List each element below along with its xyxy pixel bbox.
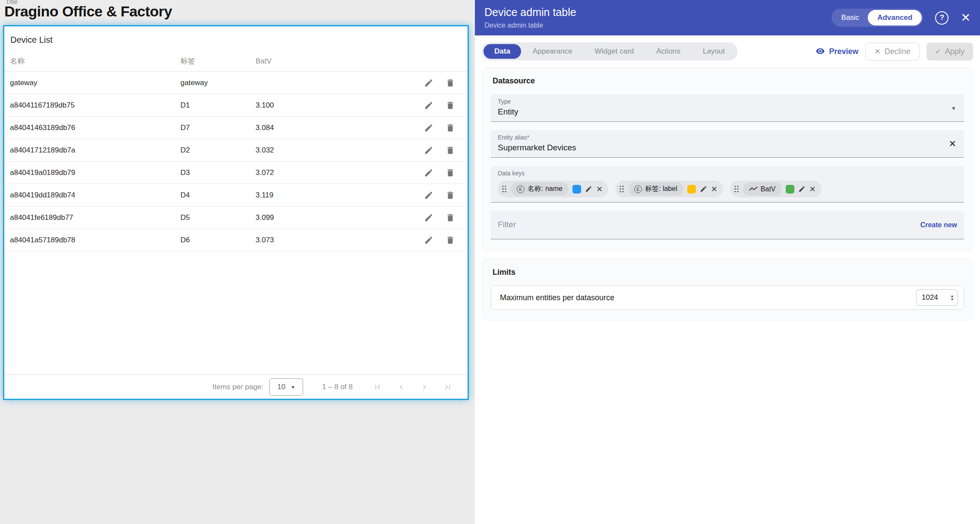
cell-name: a84041fe6189db77: [4, 213, 180, 222]
trash-icon: [446, 213, 455, 222]
apply-button[interactable]: ✓ Apply: [926, 43, 973, 60]
data-key-pill[interactable]: E 名称: name: [511, 182, 569, 196]
close-panel-button[interactable]: ✕: [961, 12, 971, 24]
entity-alias-label: Entity alias*: [498, 134, 957, 141]
remove-key-button[interactable]: ✕: [596, 184, 603, 194]
edit-row-button[interactable]: [424, 168, 434, 178]
drag-handle-icon[interactable]: [502, 185, 507, 193]
edit-key-button[interactable]: [585, 185, 592, 193]
max-entities-label: Maximum entities per datasource: [500, 293, 614, 302]
type-label: Type: [498, 98, 957, 105]
edit-row-button[interactable]: [424, 213, 434, 223]
tab-actions[interactable]: Actions: [645, 44, 691, 59]
data-key-pill[interactable]: BatV: [743, 182, 782, 196]
question-mark-icon: ?: [940, 13, 944, 22]
type-value: Entity: [498, 107, 957, 117]
datasource-type-select[interactable]: Type Entity ▼: [491, 94, 964, 122]
drag-handle-icon[interactable]: [734, 185, 739, 193]
entity-field-icon: E: [517, 185, 525, 193]
limits-heading: Limits: [493, 268, 964, 277]
edit-row-button[interactable]: [424, 145, 434, 156]
stepper-down-button[interactable]: ▼: [950, 298, 954, 301]
decline-button[interactable]: ✕ Decline: [865, 43, 919, 60]
delete-row-button[interactable]: [445, 213, 455, 223]
next-page-button[interactable]: [419, 382, 430, 392]
table-row: a84041167189db75 D1 3.100: [4, 94, 468, 117]
first-page-icon: [373, 382, 383, 392]
settings-toolbar: Data Appearance Widget card Actions Layo…: [482, 42, 973, 60]
cell-batv: 3.073: [256, 236, 407, 245]
close-icon: ✕: [961, 11, 971, 24]
remove-key-button[interactable]: ✕: [711, 184, 718, 194]
clear-alias-button[interactable]: ✕: [948, 139, 956, 149]
drag-handle-icon[interactable]: [619, 185, 624, 193]
first-page-button[interactable]: [373, 382, 383, 392]
table-header-row: 名称 标签 BatV: [4, 51, 468, 72]
column-header-batv[interactable]: BatV: [256, 57, 407, 66]
timeseries-icon: [749, 186, 758, 192]
delete-row-button[interactable]: [445, 100, 455, 111]
type-dropdown-button[interactable]: ▼: [951, 105, 956, 111]
tab-layout[interactable]: Layout: [692, 44, 736, 59]
dashboard-title: Dragino Office & Factory: [4, 3, 172, 20]
settings-tabs: Data Appearance Widget card Actions Layo…: [482, 42, 737, 60]
panel-header: Device admin table Device admin table Ba…: [475, 0, 980, 35]
column-header-label[interactable]: 标签: [180, 56, 256, 66]
page-size-select[interactable]: 10 ▼: [269, 378, 303, 396]
table-row: a84041fe6189db77 D5 3.099: [4, 206, 468, 229]
pencil-icon: [798, 185, 806, 193]
cell-label: D1: [180, 101, 256, 110]
toggle-basic[interactable]: Basic: [833, 10, 868, 25]
remove-key-button[interactable]: ✕: [809, 184, 816, 194]
edit-row-button[interactable]: [424, 235, 434, 245]
cell-name: a840419a0189db79: [4, 168, 180, 177]
data-keys-field[interactable]: Data keys E 名称: name ✕: [491, 166, 964, 203]
cell-batv: 3.032: [256, 146, 407, 155]
pencil-icon: [424, 213, 433, 222]
key-color-swatch[interactable]: [687, 185, 696, 194]
table-row: a840419a0189db79 D3 3.072: [4, 162, 468, 184]
cell-batv: 3.099: [256, 213, 407, 222]
paginator: Items per page: 10 ▼ 1 – 8 of 8: [4, 375, 468, 399]
key-color-swatch[interactable]: [572, 185, 581, 194]
widget-settings-panel: Device admin table Device admin table Ba…: [475, 0, 980, 524]
pencil-icon: [424, 235, 433, 245]
delete-row-button[interactable]: [445, 168, 455, 178]
max-entities-row: Maximum entities per datasource 1024 ▲ ▼: [491, 286, 964, 310]
edit-row-button[interactable]: [424, 190, 434, 200]
chevron-down-icon: ▼: [291, 384, 295, 390]
delete-row-button[interactable]: [445, 190, 455, 200]
delete-row-button[interactable]: [445, 145, 455, 156]
entity-alias-field[interactable]: Entity alias* Supermarket Devices ✕: [491, 130, 964, 158]
create-new-filter-link[interactable]: Create new: [920, 221, 957, 229]
tab-widget-card[interactable]: Widget card: [584, 44, 645, 59]
last-page-button[interactable]: [443, 382, 453, 392]
key-color-swatch[interactable]: [786, 185, 794, 194]
filter-field[interactable]: Filter Create new: [491, 211, 964, 239]
table-row: a840419dd189db74 D4 3.119: [4, 184, 468, 206]
delete-row-button[interactable]: [445, 123, 455, 133]
tab-appearance[interactable]: Appearance: [522, 44, 583, 59]
delete-row-button[interactable]: [445, 78, 455, 88]
column-header-name[interactable]: 名称: [4, 56, 180, 66]
edit-row-button[interactable]: [424, 78, 434, 88]
data-key-pill[interactable]: E 标签: label: [628, 182, 683, 196]
edit-key-button[interactable]: [700, 185, 707, 193]
pencil-icon: [424, 78, 433, 88]
cell-label: D2: [180, 146, 256, 155]
edit-key-button[interactable]: [798, 185, 806, 193]
tab-data[interactable]: Data: [484, 44, 521, 59]
edit-row-button[interactable]: [424, 123, 434, 133]
data-key-name: BatV: [761, 185, 776, 193]
data-key-chip: E 标签: label ✕: [615, 181, 723, 197]
previous-page-button[interactable]: [396, 382, 406, 392]
help-button[interactable]: ?: [935, 11, 948, 25]
toggle-advanced[interactable]: Advanced: [868, 10, 922, 25]
delete-row-button[interactable]: [445, 235, 455, 245]
data-key-name: 名称: name: [528, 184, 563, 194]
chevron-right-icon: [420, 382, 429, 392]
device-list-widget[interactable]: Device List 名称 标签 BatV gateway gateway a…: [3, 25, 469, 400]
edit-row-button[interactable]: [424, 100, 434, 111]
preview-button[interactable]: Preview: [816, 47, 858, 56]
max-entities-input[interactable]: 1024 ▲ ▼: [916, 289, 958, 306]
